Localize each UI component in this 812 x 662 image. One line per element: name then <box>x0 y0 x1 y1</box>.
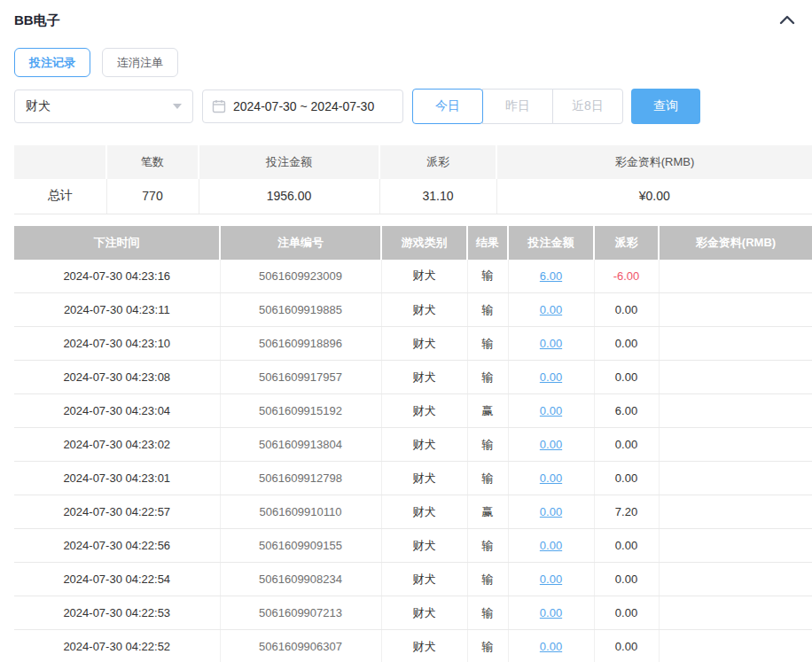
bet-amount-link[interactable]: 0.00 <box>540 606 562 619</box>
records-header-cell: 投注金额 <box>508 226 594 260</box>
quick-range-group: 今日 昨日 近8日 <box>412 89 623 124</box>
records-header-cell: 游戏类别 <box>381 226 467 260</box>
bet-amount-cell: 0.00 <box>508 630 594 662</box>
bet-time-cell: 2024-07-30 04:23:02 <box>14 428 220 462</box>
date-range-input[interactable]: 2024-07-30 ~ 2024-07-30 <box>202 90 403 123</box>
game-type-cell: 财犬 <box>381 260 467 293</box>
bet-time-cell: 2024-07-30 04:22:56 <box>14 529 220 563</box>
collapse-panel-button[interactable] <box>777 10 798 31</box>
payout-cell: 0.00 <box>594 361 659 394</box>
game-type-cell: 财犬 <box>381 327 467 361</box>
bet-amount-cell: 0.00 <box>508 394 594 428</box>
query-button[interactable]: 查询 <box>631 89 700 124</box>
summary-header-cell: 投注金额 <box>199 145 379 179</box>
records-header-row: 下注时间注单编号游戏类别结果投注金额派彩彩金资料(RMB) <box>14 226 812 260</box>
bet-amount-link[interactable]: 0.00 <box>540 505 562 518</box>
bet-amount-link[interactable]: 0.00 <box>540 337 562 350</box>
bet-time-cell: 2024-07-30 04:23:04 <box>14 394 220 428</box>
bonus-cell <box>659 495 812 529</box>
table-row: 2024-07-30 04:23:105061609918896财犬输0.000… <box>14 327 812 361</box>
table-row: 2024-07-30 04:22:525061609906307财犬输0.000… <box>14 630 812 662</box>
game-select[interactable]: 财犬 <box>14 90 193 123</box>
order-id-cell: 5061609918896 <box>220 327 381 361</box>
bet-amount-link[interactable]: 0.00 <box>540 438 562 451</box>
bonus-cell <box>659 293 812 327</box>
summary-bet-amount-value: 1956.00 <box>199 179 379 214</box>
game-type-cell: 财犬 <box>381 293 467 327</box>
bet-amount-link[interactable]: 0.00 <box>540 303 562 316</box>
bet-amount-link[interactable]: 0.00 <box>540 640 562 653</box>
range-today-button[interactable]: 今日 <box>412 89 483 124</box>
summary-count-value: 770 <box>106 179 199 214</box>
result-cell: 输 <box>467 428 508 462</box>
bet-amount-link[interactable]: 6.00 <box>540 269 562 283</box>
bet-time-cell: 2024-07-30 04:22:54 <box>14 563 220 596</box>
game-type-cell: 财犬 <box>381 596 467 630</box>
order-id-cell: 5061609906307 <box>220 630 381 662</box>
bet-time-cell: 2024-07-30 04:23:11 <box>14 293 220 327</box>
order-id-cell: 5061609907213 <box>220 596 381 630</box>
bet-amount-cell: 0.00 <box>508 293 594 327</box>
calendar-icon <box>212 99 226 113</box>
records-body: 2024-07-30 04:23:165061609923009财犬输6.00-… <box>14 260 812 662</box>
bet-time-cell: 2024-07-30 04:23:16 <box>14 260 220 293</box>
table-row: 2024-07-30 04:23:015061609912798财犬输0.000… <box>14 462 812 495</box>
records-header-cell: 派彩 <box>594 226 659 260</box>
tab-bet-records[interactable]: 投注记录 <box>14 48 90 77</box>
payout-cell: 0.00 <box>594 596 659 630</box>
summary-table: 笔数投注金额派彩彩金资料(RMB) 总计 770 1956.00 31.10 ¥… <box>14 145 812 214</box>
range-yesterday-button[interactable]: 昨日 <box>482 89 553 124</box>
result-cell: 输 <box>467 596 508 630</box>
payout-cell: 0.00 <box>594 630 659 662</box>
payout-cell: 0.00 <box>594 293 659 327</box>
result-cell: 输 <box>467 630 508 662</box>
payout-cell: 0.00 <box>594 462 659 495</box>
bet-amount-link[interactable]: 0.00 <box>540 471 562 485</box>
bet-amount-cell: 0.00 <box>508 563 594 596</box>
order-id-cell: 5061609923009 <box>220 260 381 293</box>
bet-amount-cell: 0.00 <box>508 495 594 529</box>
result-cell: 输 <box>467 260 508 293</box>
page-title: BB电子 <box>14 12 60 29</box>
summary-header-row: 笔数投注金额派彩彩金资料(RMB) <box>14 145 812 179</box>
summary-total-label: 总计 <box>14 179 106 214</box>
summary-bonus-value: ¥0.00 <box>496 179 812 214</box>
bet-amount-cell: 6.00 <box>508 260 594 293</box>
bet-amount-cell: 0.00 <box>508 529 594 563</box>
tab-cancelled-orders[interactable]: 连消注单 <box>102 48 178 77</box>
game-type-cell: 财犬 <box>381 428 467 462</box>
bet-amount-link[interactable]: 0.00 <box>540 539 562 552</box>
payout-cell: 0.00 <box>594 428 659 462</box>
table-row: 2024-07-30 04:22:565061609909155财犬输0.000… <box>14 529 812 563</box>
bet-amount-link[interactable]: 0.00 <box>540 370 562 384</box>
bet-amount-cell: 0.00 <box>508 361 594 394</box>
order-id-cell: 5061609917957 <box>220 361 381 394</box>
bonus-cell <box>659 361 812 394</box>
records-header-cell: 下注时间 <box>14 226 220 260</box>
bet-amount-link[interactable]: 0.00 <box>540 572 562 586</box>
bet-amount-cell: 0.00 <box>508 462 594 495</box>
game-type-cell: 财犬 <box>381 394 467 428</box>
result-cell: 输 <box>467 327 508 361</box>
bonus-cell <box>659 596 812 630</box>
bb-games-panel: BB电子 投注记录 连消注单 财犬 2024-07-30 ~ 2024-07-3… <box>0 0 812 662</box>
date-range-value: 2024-07-30 ~ 2024-07-30 <box>233 99 374 113</box>
game-type-cell: 财犬 <box>381 630 467 662</box>
table-row: 2024-07-30 04:23:115061609919885财犬输0.000… <box>14 293 812 327</box>
bet-amount-cell: 0.00 <box>508 596 594 630</box>
bonus-cell <box>659 630 812 662</box>
table-row: 2024-07-30 04:23:085061609917957财犬输0.000… <box>14 361 812 394</box>
range-last8days-button[interactable]: 近8日 <box>552 89 623 124</box>
result-cell: 输 <box>467 529 508 563</box>
bonus-cell <box>659 394 812 428</box>
records-table: 下注时间注单编号游戏类别结果投注金额派彩彩金资料(RMB) 2024-07-30… <box>14 226 812 662</box>
payout-cell: 0.00 <box>594 327 659 361</box>
table-row: 2024-07-30 04:23:165061609923009财犬输6.00-… <box>14 260 812 293</box>
order-id-cell: 5061609913804 <box>220 428 381 462</box>
bet-amount-link[interactable]: 0.00 <box>540 404 562 417</box>
table-row: 2024-07-30 04:23:045061609915192财犬赢0.006… <box>14 394 812 428</box>
bonus-cell <box>659 563 812 596</box>
records-header-cell: 彩金资料(RMB) <box>659 226 812 260</box>
game-type-cell: 财犬 <box>381 529 467 563</box>
result-cell: 输 <box>467 462 508 495</box>
